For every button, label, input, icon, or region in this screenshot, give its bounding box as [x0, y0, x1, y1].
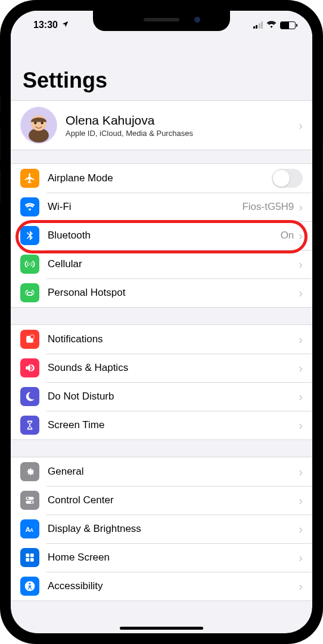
- notifications-label: Notifications: [48, 333, 299, 345]
- chevron-right-icon: ›: [299, 119, 303, 132]
- moon-icon: [20, 387, 39, 406]
- bluetooth-icon: [20, 226, 39, 245]
- cell-signal-icon: [253, 21, 263, 29]
- avatar: [20, 107, 57, 144]
- cellular-row[interactable]: Cellular ›: [11, 250, 312, 278]
- toggles-icon: [20, 491, 39, 510]
- chevron-right-icon: ›: [299, 229, 303, 243]
- display-label: Display & Brightness: [48, 523, 299, 535]
- grid-icon: [20, 548, 39, 567]
- chevron-right-icon: ›: [299, 361, 303, 375]
- bluetooth-label: Bluetooth: [48, 230, 281, 242]
- airplane-label: Airplane Mode: [48, 172, 272, 184]
- bluetooth-row[interactable]: Bluetooth On ›: [11, 221, 312, 250]
- cellular-label: Cellular: [48, 258, 299, 270]
- accessibility-icon: [20, 577, 39, 596]
- sounds-row[interactable]: Sounds & Haptics ›: [11, 354, 312, 382]
- settings-content: Settings: [11, 39, 312, 633]
- location-icon: [61, 20, 69, 30]
- svg-rect-14: [30, 553, 34, 557]
- hotspot-row[interactable]: Personal Hotspot ›: [11, 278, 312, 307]
- sounds-label: Sounds & Haptics: [48, 362, 299, 374]
- battery-icon: [280, 21, 296, 29]
- account-group: Olena Kahujova Apple ID, iCloud, Media &…: [11, 100, 312, 150]
- chevron-right-icon: ›: [299, 286, 303, 300]
- screentime-label: Screen Time: [48, 419, 299, 431]
- screentime-row[interactable]: Screen Time ›: [11, 411, 312, 439]
- chevron-right-icon: ›: [299, 551, 303, 565]
- wifi-label: Wi-Fi: [48, 201, 242, 213]
- status-time: 13:30: [33, 20, 58, 30]
- display-row[interactable]: AA Display & Brightness ›: [11, 515, 312, 543]
- airplane-icon: [20, 169, 39, 188]
- svg-rect-13: [26, 553, 29, 557]
- general-group: General › Control Center › AA Display & …: [11, 457, 312, 601]
- svg-point-4: [41, 122, 43, 124]
- svg-rect-16: [30, 558, 34, 562]
- sounds-icon: [20, 358, 39, 377]
- mute-switch: [0, 95, 1, 113]
- general-label: General: [48, 466, 299, 478]
- account-subtitle: Apple ID, iCloud, Media & Purchases: [66, 129, 299, 138]
- chevron-right-icon: ›: [299, 494, 303, 507]
- hourglass-icon: [20, 416, 39, 435]
- general-row[interactable]: General ›: [11, 457, 312, 486]
- wifi-row[interactable]: Wi-Fi Fios-tG5H9 ›: [11, 193, 312, 221]
- hotspot-label: Personal Hotspot: [48, 287, 299, 299]
- screen: 13:30 Settings: [11, 11, 312, 633]
- dnd-label: Do Not Disturb: [48, 391, 299, 402]
- device-frame: 13:30 Settings: [0, 0, 323, 644]
- chevron-right-icon: ›: [299, 258, 303, 271]
- bluetooth-detail: On: [281, 230, 294, 242]
- volume-down-button: [0, 170, 1, 203]
- svg-rect-15: [26, 558, 29, 562]
- airplane-toggle[interactable]: [272, 169, 303, 188]
- home-screen-label: Home Screen: [48, 552, 299, 564]
- wifi-settings-icon: [20, 197, 39, 216]
- notifications-group: Notifications › Sounds & Haptics › Do No…: [11, 324, 312, 440]
- svg-point-6: [30, 335, 35, 339]
- control-center-row[interactable]: Control Center ›: [11, 486, 312, 515]
- home-screen-row[interactable]: Home Screen ›: [11, 543, 312, 572]
- svg-text:A: A: [30, 527, 33, 533]
- svg-point-3: [34, 122, 36, 124]
- text-size-icon: AA: [20, 519, 39, 538]
- page-title: Settings: [11, 39, 312, 100]
- svg-point-18: [29, 583, 31, 584]
- chevron-right-icon: ›: [299, 465, 303, 479]
- wifi-detail: Fios-tG5H9: [242, 201, 294, 213]
- airplane-mode-row[interactable]: Airplane Mode: [11, 164, 312, 193]
- svg-point-8: [27, 497, 29, 499]
- hotspot-icon: [20, 283, 39, 302]
- chevron-right-icon: ›: [299, 390, 303, 404]
- accessibility-label: Accessibility: [48, 580, 299, 592]
- accessibility-row[interactable]: Accessibility ›: [11, 572, 312, 600]
- account-name: Olena Kahujova: [66, 113, 299, 128]
- chevron-right-icon: ›: [299, 333, 303, 346]
- account-row[interactable]: Olena Kahujova Apple ID, iCloud, Media &…: [11, 101, 312, 150]
- status-bar: 13:30: [11, 11, 312, 39]
- chevron-right-icon: ›: [299, 200, 303, 214]
- notifications-row[interactable]: Notifications ›: [11, 325, 312, 354]
- dnd-row[interactable]: Do Not Disturb ›: [11, 382, 312, 411]
- connectivity-group: Airplane Mode Wi-Fi Fios-tG5H9 › Bluetoo…: [11, 163, 312, 308]
- svg-point-10: [31, 501, 33, 503]
- control-center-label: Control Center: [48, 494, 299, 506]
- notch-speaker: [144, 18, 179, 21]
- chevron-right-icon: ›: [299, 580, 303, 593]
- wifi-icon: [266, 20, 277, 30]
- cellular-icon: [20, 255, 39, 274]
- notifications-icon: [20, 330, 39, 349]
- notch-camera: [194, 17, 200, 23]
- volume-up-button: [0, 128, 1, 161]
- chevron-right-icon: ›: [299, 522, 303, 536]
- chevron-right-icon: ›: [299, 419, 303, 432]
- gear-icon: [20, 462, 39, 481]
- home-indicator[interactable]: [120, 627, 203, 630]
